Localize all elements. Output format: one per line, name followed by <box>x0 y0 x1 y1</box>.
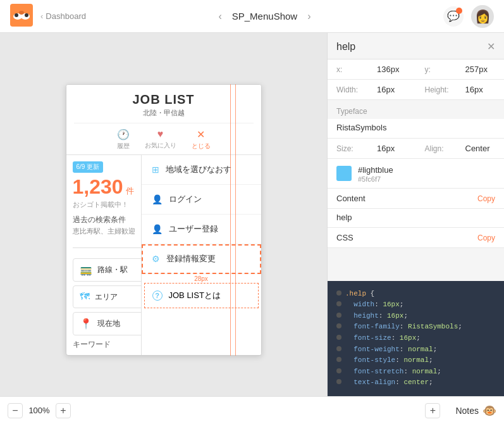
heart-icon: ♥ <box>157 128 164 140</box>
css-line-height: height: 16px; <box>336 311 495 322</box>
train-icon: 🚃 <box>80 264 92 276</box>
zoom-minus-button[interactable]: − <box>8 403 23 418</box>
css-line-fontstyle: font-style: normal; <box>336 355 495 366</box>
css-dot <box>336 323 341 328</box>
project-nav: ‹ SP_MenuShow › <box>86 11 443 22</box>
width-field: Width: 16px <box>328 80 416 99</box>
typeface-section-header: Typeface <box>328 100 504 119</box>
dimension-label: 28px <box>192 275 210 283</box>
app-logo[interactable] <box>10 4 33 29</box>
css-dot <box>336 379 341 384</box>
x-value: 136px <box>377 65 399 74</box>
css-dot <box>336 290 341 296</box>
size-label: Size: <box>336 144 374 153</box>
user-add-icon: 👤 <box>152 224 163 234</box>
css-line-width: width: 16px; <box>336 299 495 311</box>
back-chevron-icon: ‹ <box>40 11 43 21</box>
css-line-fontfamily: font-family: RistaSymbols; <box>336 321 495 333</box>
add-note-button[interactable]: + <box>425 403 440 418</box>
nav-close[interactable]: ✕ とじる <box>192 128 211 151</box>
css-dot <box>336 313 341 318</box>
css-fontweight-text: font-weight: normal; <box>345 344 437 356</box>
canvas-content: JOB LIST 北陸・甲信越 🕐 履歴 ♥ お気に入り ✕ <box>66 84 262 356</box>
css-line-fontsize: font-size: 16px; <box>336 333 495 344</box>
menu-panel: ⊞ 地域を選びなおす 👤 ログイン 👤 ユーザー登録 <box>141 155 261 355</box>
notes-area[interactable]: Notes 🐵 <box>455 404 496 418</box>
job-count: 1,230 <box>73 175 123 199</box>
typeface-value-row: RistaSymbols <box>328 119 504 139</box>
topbar: ‹ Dashboard ‹ SP_MenuShow › 💬 👩 <box>0 0 504 33</box>
prev-project-icon[interactable]: ‹ <box>218 11 221 22</box>
menu-region-label: 地域を選びなおす <box>166 164 231 175</box>
css-line-selector: .help { <box>336 289 495 300</box>
menu-item-edit-wrapper: ⚙ 登録情報変更 28px <box>142 244 261 274</box>
map-icon: 🗺 <box>80 291 90 302</box>
menu-item-login[interactable]: 👤 ログイン <box>142 185 261 215</box>
menu-item-register[interactable]: 👤 ユーザー登録 <box>142 215 261 244</box>
user-icon: 👤 <box>152 194 163 204</box>
joblist-title: JOB LIST <box>132 92 194 107</box>
menu-item-region[interactable]: ⊞ 地域を選びなおす <box>142 155 261 185</box>
css-fontsize-text: font-size: 16px; <box>345 333 421 344</box>
css-width-text: width: 16px; <box>345 299 403 311</box>
css-dot <box>336 346 341 351</box>
chat-button[interactable]: 💬 <box>443 6 464 27</box>
width-label: Width: <box>336 85 374 94</box>
dashboard-link[interactable]: ‹ Dashboard <box>40 11 86 21</box>
help-icon: ? <box>152 290 163 301</box>
css-dot <box>336 301 341 306</box>
css-copy-button[interactable]: Copy <box>477 234 495 242</box>
joblist-region: 北陸・甲信越 <box>143 108 185 118</box>
y-label: y: <box>425 65 463 74</box>
area-label: エリア <box>95 292 118 302</box>
svg-point-3 <box>15 13 18 17</box>
route-label: 路線・駅 <box>97 265 128 275</box>
dashboard-label: Dashboard <box>46 11 86 21</box>
topbar-right: 💬 👩 <box>443 5 494 28</box>
next-project-icon[interactable]: › <box>307 11 310 22</box>
typeface-value: RistaSymbols <box>336 123 386 132</box>
close-icon: ✕ <box>197 128 205 140</box>
menu-register-label: ユーザー登録 <box>169 223 218 235</box>
notification-dot <box>456 8 462 14</box>
menu-item-edit[interactable]: ⚙ 登録情報変更 <box>142 244 261 274</box>
menu-item-about[interactable]: ? JOB LISTとは <box>144 283 259 308</box>
close-label: とじる <box>192 142 211 151</box>
css-block: .help { width: 16px; height: 16px; font-… <box>328 281 504 396</box>
menu-login-label: ログイン <box>169 194 202 205</box>
update-badge: 6/9 更新 <box>73 161 104 173</box>
align-field: Align: Center <box>416 139 505 158</box>
nav-favorite[interactable]: ♥ お気に入り <box>145 128 176 151</box>
size-align-row: Size: 16px Align: Center <box>328 139 504 159</box>
panel-close-button[interactable]: ✕ <box>487 41 495 53</box>
css-fontstretch-text: font-stretch: normal; <box>345 366 441 378</box>
location-label: 現在地 <box>97 318 120 329</box>
color-swatch <box>336 166 352 181</box>
favorite-label: お気に入り <box>145 141 176 150</box>
menu-about-label: JOB LISTとは <box>169 290 221 301</box>
width-value: 16px <box>377 85 395 94</box>
frame-body: 6/9 更新 1,230 件 おシゴト掲載中！ 過去の検索条件 恵比寿駅、主婦歓… <box>66 155 261 355</box>
css-fontfamily-text: font-family: RistaSymbols; <box>345 321 462 333</box>
history-icon: 🕐 <box>117 128 130 140</box>
joblist-nav: 🕐 履歴 ♥ お気に入り ✕ とじる <box>74 123 254 151</box>
zoom-plus-button[interactable]: + <box>56 403 71 418</box>
right-panel: help ✕ x: 136px y: 257px Width: 16px <box>327 33 504 396</box>
align-label: Align: <box>425 144 463 153</box>
nav-history[interactable]: 🕐 履歴 <box>117 128 130 151</box>
content-copy-button[interactable]: Copy <box>477 194 495 203</box>
user-avatar[interactable]: 👩 <box>471 5 494 28</box>
history-label: 履歴 <box>117 142 130 151</box>
typeface-label: Typeface <box>336 107 367 116</box>
content-label: Content <box>336 194 366 203</box>
color-row: #lightblue #5fc6f7 <box>328 159 504 189</box>
svg-point-4 <box>25 13 28 17</box>
size-value: 16px <box>377 144 395 153</box>
css-label: CSS <box>336 233 353 242</box>
canvas-area[interactable]: JOB LIST 北陸・甲信越 🕐 履歴 ♥ お気に入り ✕ <box>0 33 327 396</box>
content-row: Content Copy <box>328 189 504 209</box>
css-fontstyle-text: font-style: normal; <box>345 355 433 366</box>
color-name: #lightblue <box>358 165 393 175</box>
css-selector-text: .help { <box>345 289 374 300</box>
css-row: CSS Copy <box>328 228 504 248</box>
